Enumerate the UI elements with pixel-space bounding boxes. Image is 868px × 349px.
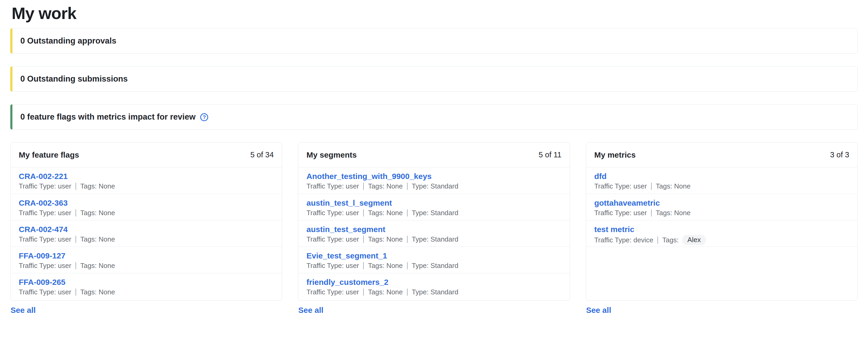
meta-text: Traffic Type: user: [19, 182, 71, 191]
item-link[interactable]: test metric: [594, 225, 634, 234]
meta-text: Traffic Type: device: [594, 236, 653, 245]
item-meta: Traffic Type: userTags: None: [19, 288, 274, 296]
item-link[interactable]: austin_test_segment: [306, 225, 385, 234]
item-meta: Traffic Type: userTags: None: [19, 209, 274, 217]
card-my-feature-flags: My feature flags 5 of 34 CRA-002-221 Tra…: [10, 142, 282, 301]
banner-outstanding-approvals: 0 Outstanding approvals: [10, 28, 858, 54]
meta-text: Tags: None: [368, 261, 403, 270]
item-link[interactable]: dfd: [594, 171, 607, 181]
list-item: friendly_customers_2 Traffic Type: userT…: [298, 273, 569, 299]
item-link[interactable]: gottahaveametric: [594, 198, 660, 208]
meta-divider: [651, 183, 652, 190]
segments-column: My segments 5 of 11 Another_testing_with…: [298, 142, 570, 315]
meta-text: Traffic Type: user: [306, 209, 359, 217]
meta-text: Tags: None: [368, 182, 403, 191]
item-meta: Traffic Type: userTags: NoneType: Standa…: [306, 209, 561, 217]
meta-text: Tags: None: [80, 209, 115, 217]
meta-divider: [651, 209, 652, 217]
see-all-feature-flags-link[interactable]: See all: [10, 306, 36, 315]
meta-text: Traffic Type: user: [594, 209, 647, 217]
meta-text: Traffic Type: user: [19, 261, 71, 270]
item-link[interactable]: Another_testing_with_9900_keys: [306, 171, 432, 181]
meta-text: Traffic Type: user: [306, 288, 359, 296]
list-item: FFA-009-127 Traffic Type: userTags: None: [10, 247, 282, 273]
item-meta: Traffic Type: userTags: None: [19, 261, 274, 270]
meta-text: Traffic Type: user: [306, 235, 359, 244]
item-meta: Traffic Type: userTags: NoneType: Standa…: [306, 182, 561, 191]
list-item: CRA-002-221 Traffic Type: userTags: None: [10, 167, 282, 194]
meta-divider: [363, 209, 364, 217]
card-title: My feature flags: [19, 151, 79, 159]
card-count: 5 of 11: [538, 151, 562, 159]
meta-divider: [75, 262, 76, 269]
item-link[interactable]: FFA-009-127: [19, 251, 65, 260]
meta-divider: [363, 236, 364, 243]
meta-text: Type: Standard: [412, 235, 458, 244]
item-meta: Traffic Type: userTags: None: [19, 182, 274, 191]
banner-outstanding-submissions: 0 Outstanding submissions: [10, 66, 858, 92]
item-meta: Traffic Type: userTags: None: [594, 209, 849, 217]
meta-divider: [407, 236, 408, 243]
item-link[interactable]: CRA-002-363: [19, 198, 68, 208]
meta-text: Tags: None: [80, 182, 115, 191]
tag-pill: Alex: [682, 235, 706, 245]
meta-text: Traffic Type: user: [306, 261, 359, 270]
item-link[interactable]: austin_test_l_segment: [306, 198, 392, 208]
meta-divider: [75, 289, 76, 296]
meta-text: Traffic Type: user: [306, 182, 359, 191]
banner-text: 0 Outstanding submissions: [20, 74, 128, 84]
meta-divider: [363, 183, 364, 190]
meta-text: Type: Standard: [412, 261, 458, 270]
list-item: Another_testing_with_9900_keys Traffic T…: [298, 167, 569, 194]
meta-divider: [407, 262, 408, 269]
metrics-column: My metrics 3 of 3 dfd Traffic Type: user…: [586, 142, 858, 315]
page-title: My work: [11, 4, 858, 23]
card-count: 3 of 3: [830, 151, 849, 159]
meta-text: Traffic Type: user: [19, 235, 71, 244]
list-item: Evie_test_segment_1 Traffic Type: userTa…: [298, 247, 569, 273]
meta-text: Tags: None: [656, 209, 691, 217]
item-link[interactable]: Evie_test_segment_1: [306, 251, 387, 260]
meta-text: Type: Standard: [412, 182, 458, 191]
card-my-segments: My segments 5 of 11 Another_testing_with…: [298, 142, 570, 301]
item-link[interactable]: FFA-009-265: [19, 278, 65, 287]
list-item: FFA-009-265 Traffic Type: userTags: None: [10, 273, 282, 299]
meta-text: Traffic Type: user: [594, 182, 647, 191]
meta-divider: [75, 183, 76, 190]
meta-text: Tags: None: [80, 288, 115, 296]
meta-text: Tags: None: [368, 288, 403, 296]
summary-cards-row: My feature flags 5 of 34 CRA-002-221 Tra…: [10, 142, 858, 315]
list-item: austin_test_segment Traffic Type: userTa…: [298, 220, 569, 247]
list-item: dfd Traffic Type: userTags: None: [586, 167, 858, 194]
meta-text: Type: Standard: [412, 209, 458, 217]
item-meta: Traffic Type: userTags: None: [19, 235, 274, 244]
list-item: CRA-002-363 Traffic Type: userTags: None: [10, 194, 282, 220]
meta-text: Tags: None: [80, 235, 115, 244]
card-count: 5 of 34: [250, 151, 274, 159]
meta-text: Tags: None: [656, 182, 691, 191]
item-link[interactable]: CRA-002-221: [19, 171, 68, 181]
card-list: CRA-002-221 Traffic Type: userTags: None…: [10, 167, 282, 300]
item-link[interactable]: friendly_customers_2: [306, 278, 388, 287]
card-header: My feature flags 5 of 34: [10, 142, 282, 167]
meta-divider: [363, 262, 364, 269]
list-item: CRA-002-474 Traffic Type: userTags: None: [10, 220, 282, 247]
meta-text: Type: Standard: [412, 288, 458, 296]
meta-divider: [657, 236, 658, 244]
meta-text: Tags: None: [368, 209, 403, 217]
card-list: dfd Traffic Type: userTags: None gottaha…: [586, 167, 858, 300]
item-meta: Traffic Type: userTags: NoneType: Standa…: [306, 235, 561, 244]
banner-text: 0 Outstanding approvals: [20, 36, 116, 46]
question-mark-icon[interactable]: ?: [200, 113, 208, 121]
see-all-metrics-link[interactable]: See all: [586, 306, 611, 315]
meta-divider: [75, 236, 76, 243]
empty-space: [586, 247, 858, 300]
item-meta: Traffic Type: userTags: None: [594, 182, 849, 191]
meta-divider: [407, 183, 408, 190]
card-title: My metrics: [594, 151, 636, 159]
banner-text: 0 feature flags with metrics impact for …: [20, 112, 195, 122]
meta-divider: [407, 209, 408, 217]
item-link[interactable]: CRA-002-474: [19, 225, 68, 234]
see-all-segments-link[interactable]: See all: [298, 306, 323, 315]
meta-divider: [363, 289, 364, 296]
